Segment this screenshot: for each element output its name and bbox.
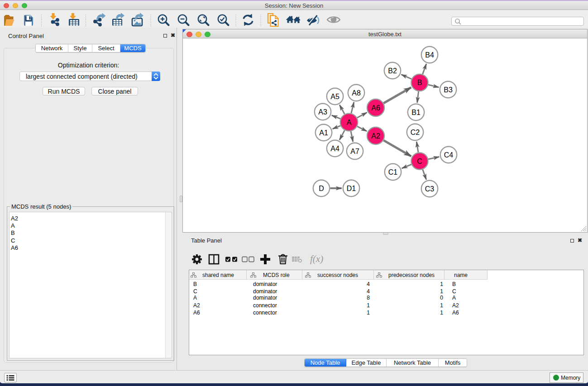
svg-text:B2: B2 [388,67,397,75]
svg-text:A6: A6 [371,104,380,112]
svg-text:B3: B3 [444,86,453,94]
svg-text:A1: A1 [319,129,328,137]
svg-text:A7: A7 [350,148,359,155]
svg-text:B4: B4 [425,51,434,59]
svg-text:C4: C4 [444,151,454,159]
svg-text:C1: C1 [388,168,398,176]
svg-text:D: D [319,185,324,192]
svg-text:C2: C2 [411,129,420,136]
svg-text:C3: C3 [425,185,435,193]
svg-text:A2: A2 [371,132,380,140]
svg-text:A3: A3 [318,108,327,116]
svg-text:A5: A5 [330,93,339,100]
svg-text:A8: A8 [352,89,361,97]
svg-text:f(x): f(x) [310,253,323,264]
svg-text:C: C [417,157,422,165]
svg-text:D1: D1 [347,185,356,192]
svg-text:B: B [417,79,422,86]
svg-text:A: A [347,119,352,126]
svg-text:A4: A4 [330,145,339,152]
svg-text:B1: B1 [411,109,421,116]
